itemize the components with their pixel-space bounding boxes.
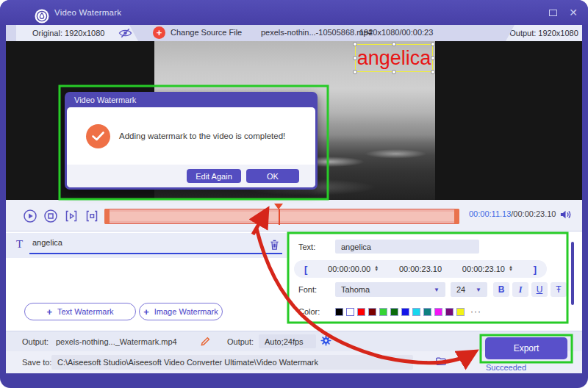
source-bar: Original: 1920x1080 + Change Source File… bbox=[6, 25, 582, 41]
ok-button[interactable]: OK bbox=[246, 169, 299, 183]
add-source-icon[interactable]: + bbox=[153, 26, 165, 39]
volume-icon[interactable] bbox=[559, 209, 572, 223]
duration-value[interactable]: 00:00:23.10 bbox=[399, 265, 442, 273]
bold-button[interactable]: B bbox=[493, 282, 509, 297]
segment-stop-button[interactable] bbox=[84, 208, 99, 223]
add-image-watermark-button[interactable]: + Image Watermark bbox=[139, 303, 223, 320]
watermark-layer-row[interactable]: T angelica bbox=[6, 233, 287, 258]
rename-pencil-icon[interactable] bbox=[200, 336, 211, 348]
dialog-body: Adding watermark to the video is complet… bbox=[67, 107, 315, 187]
italic-button[interactable]: I bbox=[512, 282, 528, 297]
layer-name[interactable]: angelica bbox=[32, 238, 62, 247]
color-swatch[interactable] bbox=[456, 308, 465, 316]
bracket-open-icon[interactable]: [ bbox=[304, 264, 307, 275]
output-format-label: Output: bbox=[227, 337, 254, 346]
resize-handle[interactable] bbox=[392, 70, 396, 74]
chevron-down-icon: ▼ bbox=[434, 287, 440, 293]
watermark-text-overlay[interactable]: angelica bbox=[357, 48, 431, 68]
resize-handle[interactable] bbox=[392, 42, 396, 46]
completion-dialog: Video Watermark Adding watermark to the … bbox=[65, 92, 318, 190]
resize-handle[interactable] bbox=[431, 42, 435, 46]
trim-end-handle[interactable] bbox=[454, 209, 459, 224]
timeline-track[interactable] bbox=[104, 209, 459, 224]
font-family-select[interactable]: Tahoma ▼ bbox=[335, 282, 445, 297]
color-swatch[interactable] bbox=[335, 308, 343, 316]
dialog-footer: Edit Again OK bbox=[67, 165, 315, 187]
color-swatch[interactable] bbox=[357, 308, 365, 316]
delete-layer-icon[interactable] bbox=[269, 239, 280, 254]
source-file-meta: 1920x1080/00:00:23 bbox=[359, 28, 433, 37]
color-label: Color: bbox=[298, 307, 320, 316]
step-down-icon[interactable]: ▼ bbox=[374, 269, 379, 272]
color-swatch[interactable] bbox=[434, 308, 442, 316]
start-time-field[interactable]: 00:00:00.00 ▲ ▼ bbox=[328, 265, 379, 273]
window-title: Video Watermark bbox=[54, 8, 121, 17]
output-resolution-label: Output: 1920x1080 bbox=[509, 29, 578, 37]
color-swatches: ··· bbox=[335, 306, 481, 317]
export-button[interactable]: Export bbox=[485, 337, 567, 359]
resize-handle[interactable] bbox=[431, 56, 435, 60]
resize-handle[interactable] bbox=[353, 42, 357, 46]
text-label: Text: bbox=[298, 242, 315, 251]
resize-handle[interactable] bbox=[353, 56, 357, 60]
timecode-display: 00:00:11.13/00:00:23.10 bbox=[469, 209, 556, 218]
strikethrough-button[interactable]: Ŧ bbox=[551, 282, 567, 297]
play-button[interactable] bbox=[22, 208, 37, 223]
open-folder-icon[interactable] bbox=[435, 356, 447, 368]
plus-icon: + bbox=[46, 306, 52, 317]
color-swatch[interactable] bbox=[401, 308, 409, 316]
more-colors-button[interactable]: ··· bbox=[470, 306, 481, 317]
dialog-message: Adding watermark to the video is complet… bbox=[119, 132, 285, 140]
gear-icon[interactable] bbox=[320, 335, 331, 348]
playhead-icon[interactable] bbox=[274, 204, 283, 209]
trim-start-handle[interactable] bbox=[104, 209, 110, 224]
change-source-file-button[interactable]: Change Source File bbox=[171, 28, 242, 37]
image-watermark-label: Image Watermark bbox=[154, 307, 218, 316]
output-format-input[interactable] bbox=[259, 334, 316, 348]
stepper-arrows[interactable]: ▲ ▼ bbox=[374, 266, 379, 271]
workspace: T angelica + Text Watermark + Image Wate… bbox=[6, 231, 582, 331]
save-path-input[interactable] bbox=[51, 355, 413, 370]
stepper-arrows[interactable]: ▲ ▼ bbox=[509, 266, 513, 271]
duration-field[interactable]: 00:00:23.10 bbox=[399, 265, 442, 273]
maximize-button[interactable] bbox=[549, 10, 557, 16]
watermark-selection-box[interactable]: angelica bbox=[355, 44, 433, 72]
color-swatch[interactable] bbox=[412, 308, 420, 316]
dialog-title: Video Watermark bbox=[65, 92, 318, 107]
font-label: Font: bbox=[298, 285, 317, 294]
color-swatch[interactable] bbox=[445, 308, 453, 316]
save-to-label: Save to: bbox=[22, 358, 51, 367]
color-swatch[interactable] bbox=[368, 308, 376, 316]
total-time: /00:00:23.10 bbox=[511, 209, 556, 218]
segment-play-button[interactable] bbox=[63, 208, 79, 223]
start-time-value[interactable]: 00:00:00.00 bbox=[328, 265, 370, 273]
text-editor-panel: Text: [ 00:00:00.00 ▲ ▼ 00:00:23.10 bbox=[288, 233, 567, 323]
tab-output[interactable]: Output: 1920x1080 bbox=[506, 25, 582, 41]
resize-handle[interactable] bbox=[353, 70, 357, 74]
stop-button[interactable] bbox=[43, 208, 58, 223]
original-resolution-label: Original: 1920x1080 bbox=[32, 29, 104, 37]
playhead-line[interactable] bbox=[279, 209, 280, 225]
step-down-icon[interactable]: ▼ bbox=[509, 269, 513, 272]
preview-eye-slash-icon[interactable] bbox=[118, 28, 132, 40]
output-file-label: Output: bbox=[22, 337, 49, 346]
resize-handle[interactable] bbox=[431, 70, 435, 74]
color-swatch[interactable] bbox=[379, 308, 387, 316]
font-size-select[interactable]: 24 ▼ bbox=[451, 282, 487, 297]
end-time-value[interactable]: 00:00:23.10 bbox=[462, 265, 505, 273]
bracket-close-icon[interactable]: ] bbox=[534, 264, 537, 275]
color-swatch[interactable] bbox=[390, 308, 398, 316]
color-swatch[interactable] bbox=[423, 308, 431, 316]
edit-again-button[interactable]: Edit Again bbox=[187, 169, 241, 183]
panel-scrollbar[interactable] bbox=[571, 242, 574, 305]
browse-button[interactable]: ··· bbox=[418, 356, 429, 365]
color-swatch[interactable] bbox=[346, 308, 354, 316]
text-watermark-label: Text Watermark bbox=[57, 307, 114, 316]
watermark-text-input[interactable] bbox=[335, 240, 479, 254]
font-size-value: 24 bbox=[456, 285, 465, 294]
close-button[interactable]: ✕ bbox=[569, 7, 578, 18]
add-text-watermark-button[interactable]: + Text Watermark bbox=[24, 303, 136, 320]
tab-original[interactable]: Original: 1920x1080 bbox=[16, 25, 138, 41]
end-time-field[interactable]: 00:00:23.10 ▲ ▼ bbox=[462, 265, 513, 273]
underline-button[interactable]: U bbox=[531, 282, 548, 297]
